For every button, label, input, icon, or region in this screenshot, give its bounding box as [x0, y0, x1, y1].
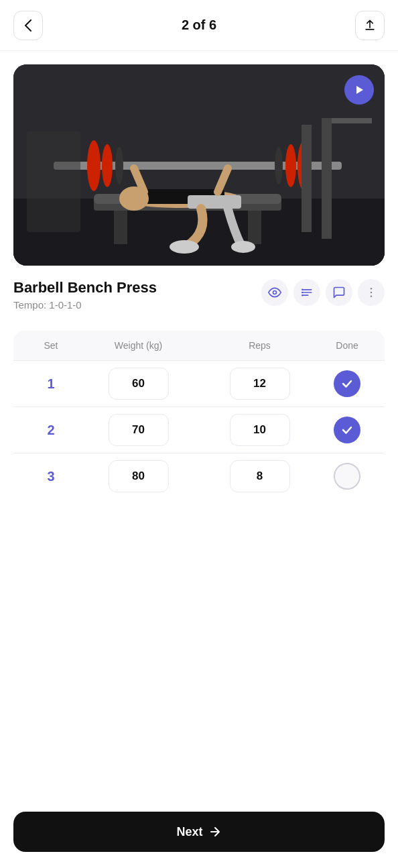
set-number-2: 2	[24, 423, 78, 438]
done-checkbox-3[interactable]	[334, 463, 360, 490]
eye-button[interactable]	[261, 279, 288, 306]
done-cell-2	[320, 417, 374, 443]
exercise-actions	[261, 279, 385, 306]
svg-rect-4	[248, 211, 261, 244]
svg-rect-19	[322, 118, 332, 239]
table-row: 1	[13, 360, 385, 406]
header-reps: Reps	[199, 340, 320, 351]
done-checkbox-1[interactable]	[334, 370, 360, 397]
exercise-title: Barbell Bench Press	[13, 279, 157, 296]
weight-cell-3	[78, 460, 199, 492]
header-set: Set	[24, 340, 78, 351]
svg-rect-3	[114, 211, 127, 244]
table-header: Set Weight (kg) Reps Done	[13, 331, 385, 360]
gym-scene-svg	[13, 64, 385, 266]
reps-input-2[interactable]	[230, 414, 290, 446]
header: 2 of 6	[0, 0, 398, 51]
table-row: 3	[13, 453, 385, 499]
svg-point-31	[371, 292, 373, 294]
next-button-label: Next	[176, 825, 202, 839]
svg-point-23	[273, 291, 277, 294]
back-icon	[25, 19, 31, 32]
header-done: Done	[320, 340, 374, 351]
weight-cell-1	[78, 368, 199, 400]
sets-table: Set Weight (kg) Reps Done 1 2	[13, 331, 385, 499]
done-checkbox-2[interactable]	[334, 417, 360, 443]
exercise-image-container	[13, 64, 385, 266]
done-cell-1	[320, 370, 374, 397]
done-cell-3	[320, 463, 374, 490]
list-icon	[300, 286, 314, 299]
svg-point-17	[231, 241, 255, 253]
svg-rect-22	[27, 131, 80, 232]
back-button[interactable]	[13, 11, 43, 40]
exercise-info: Barbell Bench Press Tempo: 1-0-1-0	[0, 266, 398, 311]
reps-cell-1	[199, 368, 320, 400]
svg-point-28	[302, 292, 304, 294]
eye-icon	[268, 286, 281, 299]
next-button-container: Next	[0, 801, 398, 868]
header-weight: Weight (kg)	[78, 340, 199, 351]
svg-point-32	[371, 296, 373, 298]
next-button[interactable]: Next	[13, 812, 385, 852]
svg-point-9	[115, 147, 123, 184]
svg-rect-21	[332, 118, 372, 123]
more-icon	[364, 286, 378, 299]
svg-point-16	[170, 240, 199, 254]
svg-point-27	[302, 289, 304, 291]
table-row: 2	[13, 406, 385, 453]
share-button[interactable]	[355, 11, 385, 40]
svg-point-12	[275, 147, 283, 184]
svg-rect-15	[188, 195, 241, 209]
exercise-image	[13, 64, 385, 266]
svg-point-11	[285, 144, 296, 187]
checkmark-icon-1	[341, 378, 353, 390]
reps-cell-2	[199, 414, 320, 446]
weight-cell-2	[78, 414, 199, 446]
share-icon	[363, 19, 377, 32]
svg-point-18	[119, 186, 149, 211]
page-title: 2 of 6	[182, 17, 216, 33]
svg-point-30	[371, 288, 373, 290]
weight-input-1[interactable]	[109, 368, 169, 400]
reps-cell-3	[199, 460, 320, 492]
play-icon	[353, 84, 365, 96]
more-button[interactable]	[358, 279, 385, 306]
svg-point-29	[302, 294, 304, 296]
set-number-3: 3	[24, 469, 78, 484]
svg-point-8	[102, 144, 113, 187]
svg-point-7	[87, 140, 101, 191]
bottom-spacer	[0, 499, 398, 580]
play-button[interactable]	[344, 75, 374, 105]
reps-input-1[interactable]	[230, 368, 290, 400]
svg-rect-20	[302, 125, 312, 232]
comment-icon	[332, 286, 346, 299]
next-arrow-icon	[208, 825, 222, 838]
weight-input-3[interactable]	[109, 460, 169, 492]
reps-input-3[interactable]	[230, 460, 290, 492]
set-number-1: 1	[24, 376, 78, 392]
list-button[interactable]	[293, 279, 320, 306]
exercise-text: Barbell Bench Press Tempo: 1-0-1-0	[13, 279, 157, 311]
comment-button[interactable]	[326, 279, 352, 306]
weight-input-2[interactable]	[109, 414, 169, 446]
checkmark-icon-2	[341, 424, 353, 436]
exercise-tempo: Tempo: 1-0-1-0	[13, 299, 157, 311]
